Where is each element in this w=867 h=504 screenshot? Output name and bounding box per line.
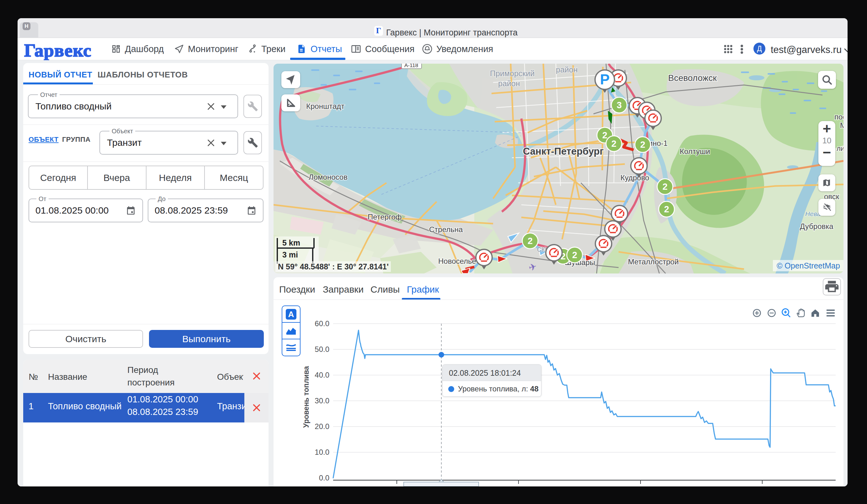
svg-text:2: 2	[663, 182, 667, 192]
svg-text:Новоселье: Новоселье	[438, 257, 476, 265]
svg-text:2: 2	[640, 140, 645, 150]
svg-text:0.0: 0.0	[319, 474, 329, 482]
svg-text:Дубровка: Дубровка	[800, 222, 833, 230]
svg-text:2: 2	[572, 250, 577, 260]
svg-text:3 mi: 3 mi	[282, 250, 298, 259]
svg-text:Кудрово: Кудрово	[620, 173, 649, 182]
svg-text:50.0: 50.0	[314, 345, 329, 353]
svg-text:район: район	[498, 79, 520, 88]
svg-text:30.0: 30.0	[314, 396, 329, 405]
svg-text:40.0: 40.0	[314, 371, 329, 379]
svg-text:Стрельна: Стрельна	[429, 225, 463, 234]
svg-text:Санкт-Петербург: Санкт-Петербург	[523, 146, 604, 157]
svg-text:Колтуши: Колтуши	[680, 147, 710, 156]
svg-text:пос: пос	[834, 112, 844, 121]
svg-text:2: 2	[664, 204, 669, 214]
svg-text:60.0: 60.0	[314, 319, 329, 328]
svg-text:М: М	[840, 121, 844, 130]
svg-text:Приморский: Приморский	[490, 69, 535, 78]
svg-text:2: 2	[611, 139, 617, 149]
svg-text:5 km: 5 km	[282, 238, 300, 247]
svg-text:Ломоносов: Ломоносов	[309, 173, 347, 181]
svg-text:P: P	[600, 71, 610, 87]
svg-text:Всеволожск: Всеволожск	[668, 73, 717, 83]
svg-text:20.0: 20.0	[314, 422, 329, 431]
svg-text:Петергоф: Петергоф	[368, 213, 402, 221]
svg-text:Кронштадт: Кронштадт	[306, 102, 344, 110]
svg-text:3: 3	[617, 100, 622, 110]
svg-text:Уровень топлива: Уровень топлива	[302, 366, 310, 428]
svg-text:2: 2	[528, 236, 533, 246]
svg-text:район: район	[556, 65, 577, 74]
svg-text:2: 2	[602, 130, 607, 140]
svg-text:А-118: А-118	[404, 64, 418, 68]
svg-text:ино-1: ино-1	[649, 139, 667, 147]
svg-text:Металлострой: Металлострой	[628, 257, 679, 266]
svg-text:10.0: 10.0	[314, 448, 329, 456]
svg-text:ли: ли	[837, 144, 844, 152]
